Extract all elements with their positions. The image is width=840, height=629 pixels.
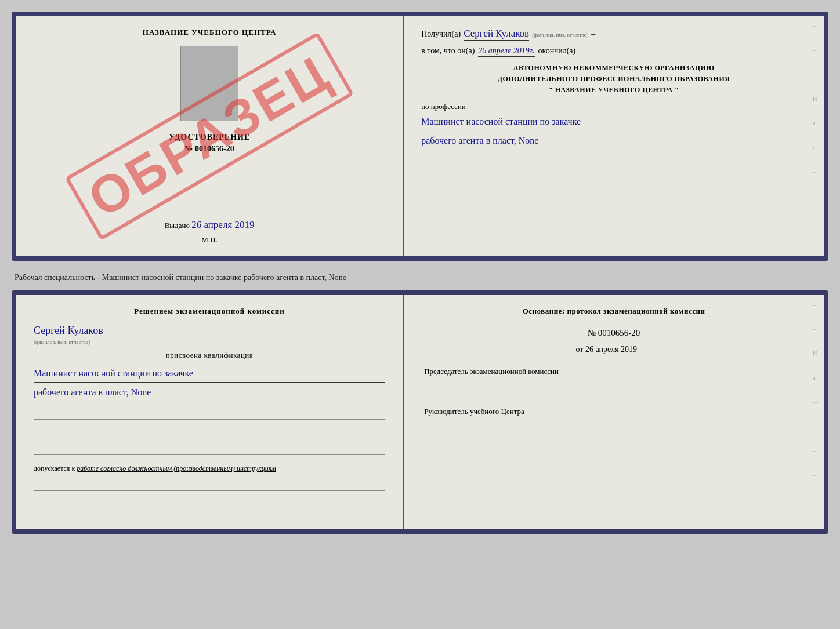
poluchil-name: Сергей Кулаков bbox=[464, 28, 529, 41]
prisvoena-label: присвоена квалификация bbox=[34, 351, 385, 360]
right-margin-dashes: –––Иа‹––– bbox=[813, 22, 818, 199]
predsedatel-label: Председатель экзаменационной комиссии bbox=[424, 367, 559, 376]
profession-line1: Машинист насосной станции по закачке bbox=[421, 114, 806, 131]
osnovanie-title: Основание: протокол экзаменационной коми… bbox=[424, 307, 803, 316]
poluchil-label: Получил(а) bbox=[421, 30, 461, 39]
mp-label: М.П. bbox=[201, 235, 217, 245]
subtitle-content: Рабочая специальность - Машинист насосно… bbox=[15, 273, 346, 282]
rukovoditel-sign-line bbox=[424, 423, 511, 434]
bottom-document: Решением экзаменационной комиссии Сергей… bbox=[12, 290, 828, 534]
subtitle-text: Рабочая специальность - Машинист насосно… bbox=[12, 267, 828, 285]
blank-line-2 bbox=[34, 423, 385, 437]
dopuskaetsya-label: допускается к bbox=[34, 464, 75, 472]
top-document: НАЗВАНИЕ УЧЕБНОГО ЦЕНТРА ОБРАЗЕЦ УДОСТОВ… bbox=[12, 12, 828, 261]
blank-line-3 bbox=[34, 441, 385, 455]
top-left-panel: НАЗВАНИЕ УЧЕБНОГО ЦЕНТРА ОБРАЗЕЦ УДОСТОВ… bbox=[16, 16, 404, 256]
reshen-title: Решением экзаменационной комиссии bbox=[34, 307, 385, 316]
poluchil-dash: – bbox=[591, 30, 595, 39]
qual-line2: рабочего агента в пласт, None bbox=[34, 384, 385, 402]
po-professii-label: по профессии bbox=[421, 102, 806, 111]
poluchil-hint: (фамилия, имя, отчество) bbox=[532, 32, 588, 38]
certificate-number-left: № 0010656-20 bbox=[184, 144, 234, 154]
center-title: НАЗВАНИЕ УЧЕБНОГО ЦЕНТРА bbox=[143, 28, 277, 37]
vtom-label: в том, что он(а) bbox=[421, 46, 475, 56]
bottom-name: Сергей Кулаков bbox=[34, 325, 385, 337]
vtom-date: 26 апреля 2019г. bbox=[478, 46, 534, 57]
ot-date-line: от 26 апреля 2019 – bbox=[424, 345, 803, 354]
rukovoditel-block: Руководитель учебного Центра bbox=[424, 406, 803, 434]
profession-line2: рабочего агента в пласт, None bbox=[421, 133, 806, 150]
blank-line-4 bbox=[34, 477, 385, 491]
udostoverenie-title: УДОСТОВЕРЕНИЕ bbox=[169, 133, 250, 142]
predsedatel-block: Председатель экзаменационной комиссии bbox=[424, 366, 803, 394]
org-block: АВТОНОМНУЮ НЕКОММЕРЧЕСКУЮ ОРГАНИЗАЦИЮ ДО… bbox=[421, 63, 806, 96]
rukovoditel-label: Руководитель учебного Центра bbox=[424, 407, 524, 416]
protocol-number: № 0010656-20 bbox=[424, 328, 803, 340]
vtom-line: в том, что он(а) 26 апреля 2019г. окончи… bbox=[421, 46, 806, 57]
org-line1: АВТОНОМНУЮ НЕКОММЕРЧЕСКУЮ ОРГАНИЗАЦИЮ bbox=[421, 63, 806, 74]
vydano-label: Выдано bbox=[165, 221, 190, 230]
vydano-line: Выдано 26 апреля 2019 bbox=[165, 208, 255, 231]
bottom-left-panel: Решением экзаменационной комиссии Сергей… bbox=[16, 295, 404, 529]
bottom-right-panel: ––Иа‹–––– Основание: протокол экзаменаци… bbox=[404, 295, 824, 529]
dopuskaetsya-block: допускается к работе согласно должностны… bbox=[34, 463, 385, 474]
ot-label: от bbox=[576, 345, 584, 354]
page-wrapper: НАЗВАНИЕ УЧЕБНОГО ЦЕНТРА ОБРАЗЕЦ УДОСТОВ… bbox=[12, 12, 828, 534]
photo-placeholder bbox=[180, 46, 238, 121]
org-line2: ДОПОЛНИТЕЛЬНОГО ПРОФЕССИОНАЛЬНОГО ОБРАЗО… bbox=[421, 74, 806, 85]
bottom-right-margin-dashes: ––Иа‹–––– bbox=[813, 301, 818, 478]
ot-date: 26 апреля 2019 bbox=[585, 345, 637, 354]
vydano-date: 26 апреля 2019 bbox=[191, 219, 254, 231]
qual-line1: Машинист насосной станции по закачке bbox=[34, 365, 385, 383]
poluchil-line: Получил(а) Сергей Кулаков (фамилия, имя,… bbox=[421, 28, 806, 41]
bottom-name-hint: (фамилия, имя, отчество) bbox=[34, 339, 385, 345]
okonchil-label: окончил(а) bbox=[538, 46, 576, 56]
top-right-panel: –––Иа‹––– Получил(а) Сергей Кулаков (фам… bbox=[404, 16, 824, 256]
org-line3: " НАЗВАНИЕ УЧЕБНОГО ЦЕНТРА " bbox=[421, 85, 806, 96]
blank-line-1 bbox=[34, 406, 385, 420]
predsedatel-sign-line bbox=[424, 383, 511, 394]
dopuskaetsya-text: работе согласно должностным (производств… bbox=[77, 464, 276, 472]
